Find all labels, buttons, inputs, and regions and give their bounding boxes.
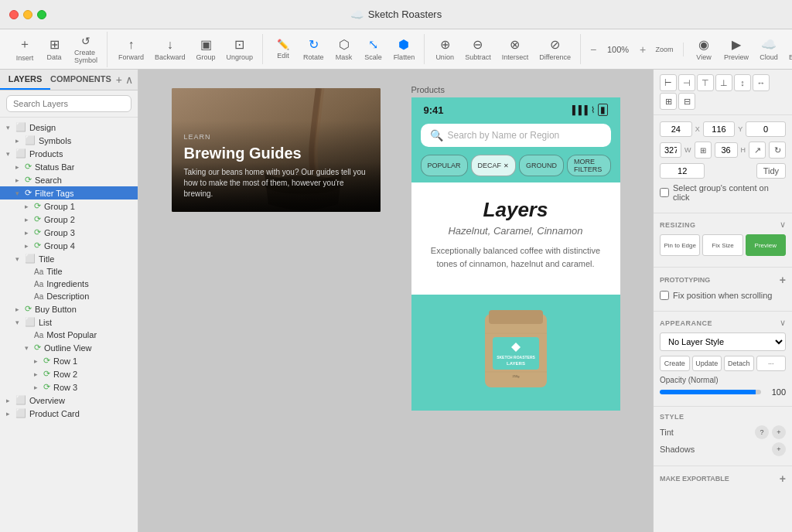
align-right-button[interactable]: ⊤ [697, 74, 714, 91]
close-icon[interactable]: ✕ [504, 162, 509, 169]
zoom-level[interactable]: 100% [603, 45, 633, 54]
backward-button[interactable]: ↓ Backward [150, 35, 190, 64]
add-prototype-button[interactable]: + [780, 274, 786, 286]
layer-most-popular[interactable]: Aa Most Popular [0, 329, 138, 341]
tidy-button[interactable]: Tidy [756, 163, 786, 179]
x-input[interactable] [660, 121, 692, 137]
update-style-button[interactable]: Update [692, 356, 722, 371]
layer-design[interactable]: ▾ ⬜ Design [0, 121, 138, 134]
layer-search[interactable]: ▸ ⟳ Search [0, 173, 138, 186]
layer-symbols[interactable]: ▸ ⬜ Symbols [0, 134, 138, 147]
fix-size-button[interactable]: Fix Size [702, 234, 742, 256]
create-style-button[interactable]: Create [660, 356, 690, 371]
border-radius-input[interactable] [660, 163, 705, 179]
layer-products[interactable]: ▾ ⬜ Products [0, 147, 138, 160]
close-button[interactable] [9, 10, 19, 19]
layer-group2[interactable]: ▸ ⟳ Group 2 [0, 213, 138, 226]
select-group-content-checkbox[interactable] [660, 188, 669, 197]
tint-help-button[interactable]: ? [755, 425, 769, 439]
search-bar[interactable]: 🔍 Search by Name or Region [421, 124, 611, 147]
layer-row2[interactable]: ▸ ⟳ Row 2 [0, 367, 138, 380]
pin-to-edge-button[interactable]: Pin to Edge [660, 234, 700, 256]
resizing-toggle[interactable]: ∨ [780, 220, 786, 230]
y-input[interactable] [703, 121, 736, 137]
align-center-v-button[interactable]: ↕ [734, 74, 751, 91]
scale-button[interactable]: ⤡ Scale [360, 34, 387, 64]
artboard-products[interactable]: Products 9:41 ▐▐▐ ⌇ ▮ 🔍 Search [411, 85, 620, 411]
preview-resize-button[interactable]: Preview [746, 234, 786, 256]
layer-title-text[interactable]: Aa Title [0, 265, 138, 278]
detach-style-button[interactable]: Detach [724, 356, 754, 371]
lock-ratio-button[interactable]: ⊞ [695, 142, 712, 159]
canvas[interactable]: LEARN Brewing Guides Taking our beans ho… [138, 70, 653, 532]
distribute-h-button[interactable]: ⊞ [660, 93, 677, 110]
layer-title-group[interactable]: ▾ ⬜ Title [0, 252, 138, 265]
rotate-icon-button[interactable]: ↻ [769, 142, 786, 159]
add-layer-button[interactable]: + [116, 74, 122, 85]
layer-status-bar[interactable]: ▸ ⟳ Status Bar [0, 160, 138, 173]
group-button[interactable]: ▣ Group [192, 34, 220, 64]
difference-button[interactable]: ⊘ Difference [534, 34, 575, 64]
layer-buy-button[interactable]: ▸ ⟳ Buy Button [0, 302, 138, 315]
z-input[interactable] [746, 121, 786, 137]
fix-position-checkbox[interactable] [660, 291, 669, 300]
edit-button[interactable]: ✏️ Edit [269, 36, 297, 63]
filter-tag-popular[interactable]: POPULAR [421, 155, 468, 176]
artboard-brewing[interactable]: LEARN Brewing Guides Taking our beans ho… [172, 85, 381, 212]
layer-filter-tags[interactable]: ▾ ⟳ Filter Tags [0, 186, 138, 200]
rotate-button[interactable]: ↻ Rotate [299, 34, 329, 64]
layer-ingredients[interactable]: Aa Ingredients [0, 278, 138, 290]
data-button[interactable]: ⊞ Data [40, 34, 68, 64]
export-button[interactable]: ↑ Export [784, 35, 792, 64]
union-button[interactable]: ⊕ Union [431, 34, 459, 64]
forward-button[interactable]: ↑ Forward [114, 35, 148, 64]
ungroup-button[interactable]: ⊡ Ungroup [222, 34, 258, 64]
subtract-button[interactable]: ⊖ Subtract [460, 34, 496, 64]
layer-group1[interactable]: ▸ ⟳ Group 1 [0, 200, 138, 213]
collapse-panel-button[interactable]: ∧ [125, 74, 133, 85]
layer-product-card[interactable]: ▸ ⬜ Product Card [0, 407, 138, 420]
zoom-minus-button[interactable]: − [587, 43, 599, 56]
flatten-button[interactable]: ⬢ Flatten [389, 34, 420, 64]
cloud-button[interactable]: ☁️ Cloud [755, 34, 783, 64]
filter-tag-more[interactable]: MORE FILTERS [567, 155, 610, 176]
minimize-button[interactable] [23, 10, 32, 19]
align-top-button[interactable]: ⊥ [715, 74, 732, 91]
mask-button[interactable]: ⬡ Mask [330, 34, 358, 64]
shadows-add-button[interactable]: + [772, 442, 786, 456]
layer-overview[interactable]: ▸ ⬜ Overview [0, 394, 138, 407]
distribute-v-button[interactable]: ⊟ [678, 93, 695, 110]
tint-add-button[interactable]: + [772, 425, 786, 439]
create-symbol-button[interactable]: ↺ Create Symbol [70, 32, 102, 67]
filter-tag-ground[interactable]: GROUND [519, 155, 564, 176]
layer-list[interactable]: ▾ ⬜ List [0, 315, 138, 329]
layer-row1[interactable]: ▸ ⟳ Row 1 [0, 354, 138, 367]
view-button[interactable]: ◉ View [690, 34, 718, 64]
components-tab[interactable]: COMPONENTS [50, 70, 111, 90]
layer-style-select[interactable]: No Layer Style [660, 332, 786, 351]
intersect-button[interactable]: ⊗ Intersect [497, 34, 534, 64]
w-input[interactable] [660, 142, 681, 158]
more-style-button[interactable]: ··· [756, 356, 787, 371]
layers-tab[interactable]: LAYERS [0, 70, 50, 90]
add-exportable-button[interactable]: + [780, 472, 786, 485]
search-layers-input[interactable] [6, 95, 131, 112]
maximize-button[interactable] [37, 10, 46, 19]
align-bottom-button[interactable]: ↔ [753, 74, 770, 91]
layer-row3[interactable]: ▸ ⟳ Row 3 [0, 380, 138, 394]
resize-icon-button[interactable]: ↗ [749, 142, 766, 159]
h-input[interactable] [715, 142, 738, 158]
align-center-h-button[interactable]: ⊣ [678, 74, 695, 91]
layer-outline-view[interactable]: ▾ ⟳ Outline View [0, 341, 138, 354]
appearance-toggle[interactable]: ∨ [780, 318, 786, 328]
filter-tag-decaf[interactable]: DECAF ✕ [471, 155, 517, 176]
insert-button[interactable]: ＋ Insert [11, 33, 39, 65]
opacity-slider[interactable] [660, 390, 761, 394]
layer-group3[interactable]: ▸ ⟳ Group 3 [0, 226, 138, 239]
layer-group4[interactable]: ▸ ⟳ Group 4 [0, 239, 138, 252]
preview-button[interactable]: ▶ Preview [719, 34, 753, 64]
align-left-button[interactable]: ⊢ [660, 74, 677, 91]
layer-description[interactable]: Aa Description [0, 290, 138, 302]
zoom-plus-button[interactable]: + [637, 43, 649, 56]
zoom-label[interactable]: Zoom [650, 43, 678, 56]
